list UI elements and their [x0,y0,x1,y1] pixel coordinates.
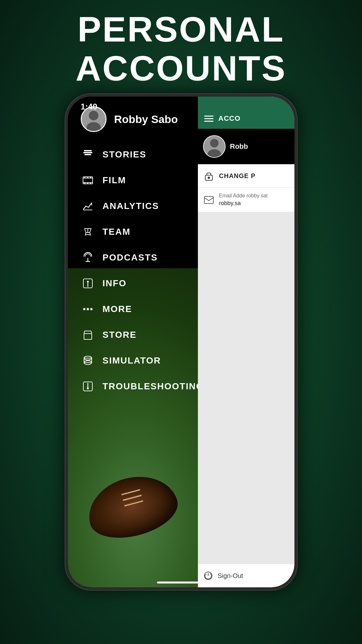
sidebar-item-label: MORE [103,304,132,314]
sidebar-item-label: FILM [103,175,126,185]
svg-point-36 [210,139,218,147]
email-label: Email Adde robby sat [219,193,268,199]
sidebar-item-label: PODCASTS [103,252,158,263]
sidebar-item-label: STORE [103,330,137,340]
hamburger-icon[interactable] [204,116,213,122]
email-row: Email Adde robby sat robby.sa [198,188,294,212]
svg-rect-40 [204,196,213,204]
email-icon [203,194,215,206]
team-icon [81,225,95,239]
status-time: 1:40 [81,102,97,112]
simulator-icon [81,354,95,368]
sidebar-item-label: ANALYTICS [103,201,159,211]
svg-rect-16 [87,183,88,184]
sidebar-item-label: SIMULATOR [103,355,161,366]
account-avatar [203,135,226,158]
account-profile-row: Robb [198,129,294,164]
change-password-label: CHANGE P [219,172,256,180]
account-profile-name: Robb [230,142,248,151]
sign-out-label: Sign-Out [218,572,243,580]
email-value: robby.sa [219,200,268,207]
svg-rect-28 [84,334,92,339]
sign-out-icon [203,571,213,581]
svg-point-39 [208,177,209,179]
stories-icon [81,147,95,162]
sidebar-item-label: STORIES [103,149,146,160]
sidebar-item-label: TEAM [103,227,131,237]
page-title: PERSONAL ACCOUNTS [0,10,362,88]
svg-rect-14 [90,177,91,178]
home-indicator [157,582,205,583]
lock-icon [203,170,215,182]
account-header-label: ACCO [218,114,241,123]
sign-out-row[interactable]: Sign-Out [198,564,294,587]
svg-point-27 [90,308,92,310]
store-icon [81,328,95,342]
email-content: Email Adde robby sat robby.sa [219,193,268,207]
svg-point-25 [83,308,85,310]
svg-rect-12 [84,177,85,178]
account-header: ACCO [198,97,294,129]
sidebar-item-label: TROUBLESHOOTING [103,381,204,392]
svg-point-34 [87,388,88,389]
svg-point-26 [87,308,89,310]
svg-point-23 [87,281,88,282]
account-gray-area [198,212,294,564]
film-icon [81,173,95,187]
account-panel: ACCO Robb [198,97,294,587]
podcasts-icon [81,251,95,265]
svg-rect-15 [84,183,85,184]
info-icon [81,276,95,290]
sidebar-item-label: INFO [103,278,127,289]
change-password-row[interactable]: CHANGE P [198,164,294,188]
troubleshooting-icon [81,379,95,393]
svg-rect-13 [87,177,88,178]
phone-frame: 1:40 [65,94,297,590]
more-icon [81,302,95,316]
svg-rect-6 [83,152,92,153]
svg-rect-7 [85,154,91,155]
svg-rect-17 [90,183,91,184]
profile-name: Robby Sabo [114,113,178,126]
svg-rect-8 [84,150,92,151]
analytics-icon [81,199,95,213]
